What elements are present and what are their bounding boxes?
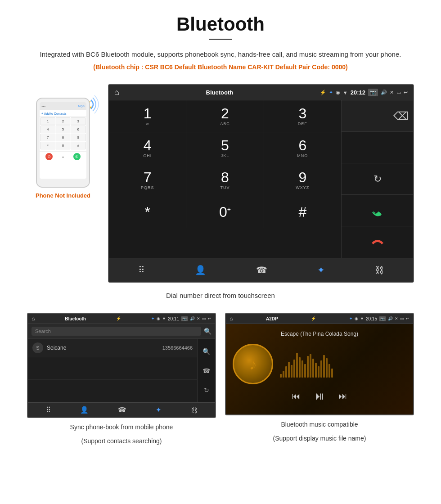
- play-pause-button[interactable]: ⏯: [314, 390, 325, 402]
- camera-icon: 📷: [368, 89, 378, 96]
- viz-bar: [323, 355, 325, 378]
- nav-dialpad-icon[interactable]: ⠿: [135, 263, 148, 277]
- empty-row: [28, 357, 197, 380]
- key-5[interactable]: 5 JKL: [186, 132, 264, 164]
- key-3[interactable]: 3 DEF: [264, 100, 341, 132]
- phonebook-title: Bluetooth: [65, 316, 86, 321]
- phone-screen-header: ●●● MQG: [40, 102, 86, 110]
- viz-bar: [288, 362, 290, 378]
- phone-dial-key: 2: [56, 117, 71, 125]
- key-star[interactable]: *: [109, 196, 186, 228]
- music-controls: ⏮ ⏯ ⏭: [286, 384, 353, 408]
- viz-bar: [326, 358, 328, 378]
- phone-not-included-label: Phone Not Included: [36, 192, 90, 199]
- key-0[interactable]: 0+: [186, 196, 264, 228]
- nav-bluetooth-icon[interactable]: ✦: [314, 263, 328, 277]
- dialer-side: ⌫ ↻: [341, 100, 413, 258]
- key-hash[interactable]: #: [264, 196, 341, 228]
- status-time: 20:12: [351, 89, 365, 96]
- search-action-icon[interactable]: 🔍: [202, 348, 210, 355]
- window-icon: ▭: [396, 90, 401, 95]
- phone-add-contact: + Add to Contacts: [40, 110, 86, 117]
- viz-bar: [328, 364, 330, 378]
- pb-nav-phone[interactable]: ☎: [118, 406, 126, 414]
- main-caption: Dial number direct from touchscreen: [0, 287, 441, 304]
- mu-back-icon[interactable]: ↩: [406, 316, 410, 321]
- phonebook-search-bar: Search 🔍: [28, 324, 215, 339]
- usb-icon: ⚡: [320, 90, 326, 95]
- dialer-row-1: 1 ∞ 2 ABC 3 DEF: [109, 100, 341, 132]
- viz-bar: [296, 353, 298, 378]
- signal-icon: ▼: [343, 90, 348, 95]
- music-screen: ⌂ A2DP ⚡ ✦ ◉ ▼ 20:15 📷 🔊 ✕ ▭ ↩ Escape (T…: [225, 313, 414, 415]
- dialer-keys: 1 ∞ 2 ABC 3 DEF 4 GHI: [109, 100, 341, 258]
- pb-signal-icon: ▼: [162, 316, 166, 321]
- prev-track-button[interactable]: ⏮: [292, 391, 301, 401]
- end-call-icon: [369, 234, 386, 250]
- phonebook-entry[interactable]: S Seicane 13566664466: [28, 339, 197, 357]
- music-title-status: A2DP: [266, 316, 278, 321]
- refresh-action-icon[interactable]: ↻: [204, 387, 209, 394]
- phone-dial-key: 0: [56, 142, 71, 149]
- back-icon[interactable]: ↩: [404, 90, 408, 95]
- search-box[interactable]: Search: [32, 327, 201, 336]
- viz-bar: [304, 364, 306, 378]
- key-1[interactable]: 1 ∞: [109, 100, 186, 132]
- pb-back-icon[interactable]: ↩: [208, 316, 212, 321]
- key-2[interactable]: 2 ABC: [186, 100, 264, 132]
- volume-icon: 🔊: [381, 90, 387, 95]
- phone-dial-key: 5: [56, 126, 71, 133]
- phonebook-actions: 🔍 ☎ ↻: [197, 339, 215, 402]
- x-icon: ✕: [390, 90, 394, 95]
- nav-link-icon[interactable]: ⛓: [371, 263, 387, 277]
- call-action-icon[interactable]: ☎: [202, 367, 210, 374]
- redial-button[interactable]: ↻: [342, 163, 413, 195]
- phone-end-btn: ✆: [45, 153, 53, 160]
- music-album-area: ♪: [233, 344, 406, 384]
- pb-nav-contacts[interactable]: 👤: [80, 406, 89, 414]
- phone-dialpad: 1 2 3 4 5 6 7 8 9 * 0 #: [40, 117, 86, 150]
- backspace-button[interactable]: ⌫: [393, 110, 409, 122]
- dialer-row-2: 4 GHI 5 JKL 6 MNO: [109, 132, 341, 164]
- nav-contacts-icon[interactable]: 👤: [191, 263, 210, 277]
- end-call-button[interactable]: [342, 226, 413, 258]
- visualizer: [280, 351, 406, 378]
- home-icon: ⌂: [114, 88, 119, 97]
- phone-dial-key: 6: [71, 126, 86, 133]
- pb-vol-icon: 🔊: [190, 316, 195, 321]
- music-status-bar: ⌂ A2DP ⚡ ✦ ◉ ▼ 20:15 📷 🔊 ✕ ▭ ↩: [226, 314, 413, 324]
- pb-nav-link[interactable]: ⛓: [191, 406, 198, 414]
- viz-bar: [285, 366, 287, 378]
- music-time: 20:15: [366, 316, 377, 321]
- redial-icon: ↻: [374, 173, 382, 185]
- search-icon-btn[interactable]: 🔍: [204, 328, 212, 335]
- pb-nav-bt[interactable]: ✦: [156, 406, 162, 414]
- phonebook-status-right: ✦ ◉ ▼ 20:11 📷 🔊 ✕ ▭ ↩: [151, 316, 212, 321]
- viz-bar: [318, 366, 320, 378]
- nav-phone-icon[interactable]: ☎: [252, 263, 271, 277]
- key-7[interactable]: 7 PQRS: [109, 164, 186, 196]
- mu-win-icon: ▭: [400, 316, 404, 321]
- call-answer-button[interactable]: [342, 195, 413, 226]
- music-content: Escape (The Pina Colada Song) ♪ ⏮ ⏯ ⏭: [226, 324, 413, 414]
- mu-cam-icon: 📷: [379, 316, 386, 321]
- status-title: Bluetooth: [206, 89, 234, 96]
- phonebook-status-bar: ⌂ Bluetooth ⚡ ✦ ◉ ▼ 20:11 📷 🔊 ✕ ▭ ↩: [28, 314, 215, 324]
- page-description: Integrated with BC6 Bluetooth module, su…: [27, 49, 414, 60]
- next-track-button[interactable]: ⏭: [338, 391, 347, 401]
- page-specs: (Bluetooth chip : CSR BC6 Default Blueto…: [27, 63, 414, 71]
- pb-bt-icon: ✦: [151, 316, 155, 321]
- location-icon: ◉: [336, 90, 340, 95]
- dialer-row-3: 7 PQRS 8 TUV 9 WXYZ: [109, 164, 341, 196]
- viz-bar: [283, 371, 284, 378]
- key-4[interactable]: 4 GHI: [109, 132, 186, 164]
- bluetooth-icon: ✦: [329, 90, 333, 95]
- pb-nav-dialpad[interactable]: ⠿: [46, 406, 51, 414]
- key-9[interactable]: 9 WXYZ: [264, 164, 341, 196]
- album-art: ♪: [233, 344, 273, 384]
- key-6[interactable]: 6 MNO: [264, 132, 341, 164]
- key-8[interactable]: 8 TUV: [186, 164, 264, 196]
- pb-cam-icon: 📷: [181, 316, 188, 321]
- phonebook-screen: ⌂ Bluetooth ⚡ ✦ ◉ ▼ 20:11 📷 🔊 ✕ ▭ ↩ Sear…: [27, 313, 216, 418]
- empty-row: [28, 380, 197, 402]
